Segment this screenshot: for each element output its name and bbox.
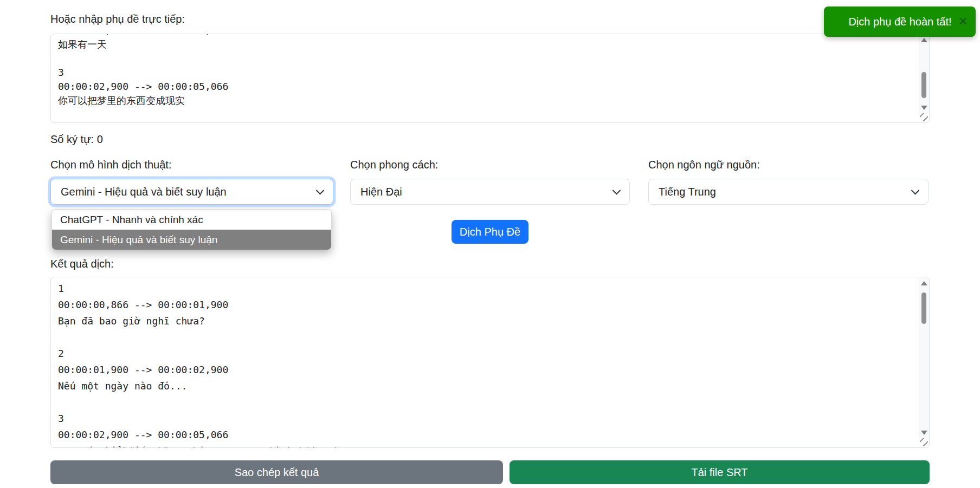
dropdown-option-chatgpt[interactable]: ChatGPT - Nhanh và chính xác [52,210,331,230]
subtitle-translator-app: Hoặc nhập phụ đề trực tiếp: 00:00:01,900… [0,0,980,488]
copy-result-button[interactable]: Sao chép kết quả [50,460,503,484]
style-select[interactable]: Hiện Đại [350,179,630,205]
scroll-down-icon[interactable] [921,431,927,435]
language-select[interactable]: Tiếng Trung [648,179,929,205]
scroll-thumb[interactable] [921,72,926,98]
resize-grip-icon[interactable] [920,438,928,446]
style-select-label: Chọn phong cách: [350,159,438,171]
model-select[interactable]: Gemini - Hiệu quả và biết suy luận [50,179,333,205]
toast-notification: Dịch phụ đề hoàn tất! ✕ [824,6,976,37]
model-select-label: Chọn mô hình dịch thuật: [50,159,171,171]
chevron-down-icon [612,186,621,194]
style-select-value: Hiện Đại [360,186,402,198]
scroll-up-icon[interactable] [921,38,927,42]
model-select-dropdown: ChatGPT - Nhanh và chính xác Gemini - Hi… [51,209,332,250]
source-input-label: Hoặc nhập phụ đề trực tiếp: [50,13,185,25]
result-scrollbar[interactable] [919,277,929,439]
result-subtitle-text: 1 00:00:00,866 --> 00:00:01,900 Bạn đã b… [58,281,915,448]
scroll-down-icon[interactable] [921,106,927,110]
resize-grip-icon[interactable] [920,113,928,121]
source-subtitle-text: 00:00:01,900 --> 00:00:02,900 如果有一天 3 00… [58,34,915,123]
result-subtitle-textarea[interactable]: 1 00:00:00,866 --> 00:00:01,900 Bạn đã b… [50,277,930,448]
toast-message: Dịch phụ đề hoàn tất! [848,16,951,28]
source-scrollbar[interactable] [919,34,929,114]
source-subtitle-textarea[interactable]: 00:00:01,900 --> 00:00:02,900 如果有一天 3 00… [50,34,930,123]
chevron-down-icon [911,186,920,194]
language-select-label: Chọn ngôn ngữ nguồn: [648,159,760,171]
translate-button[interactable]: Dịch Phụ Đề [452,220,528,244]
chevron-down-icon [316,186,325,194]
scroll-thumb[interactable] [921,292,926,324]
scroll-up-icon[interactable] [921,281,927,285]
close-icon[interactable]: ✕ [958,16,968,28]
model-select-value: Gemini - Hiệu quả và biết suy luận [61,186,227,198]
result-label: Kết quả dịch: [50,258,114,270]
download-srt-button[interactable]: Tải file SRT [510,460,930,484]
dropdown-option-gemini[interactable]: Gemini - Hiệu quả và biết suy luận [52,230,331,250]
char-count-label: Số ký tự: 0 [50,133,103,146]
language-select-value: Tiếng Trung [659,186,716,198]
